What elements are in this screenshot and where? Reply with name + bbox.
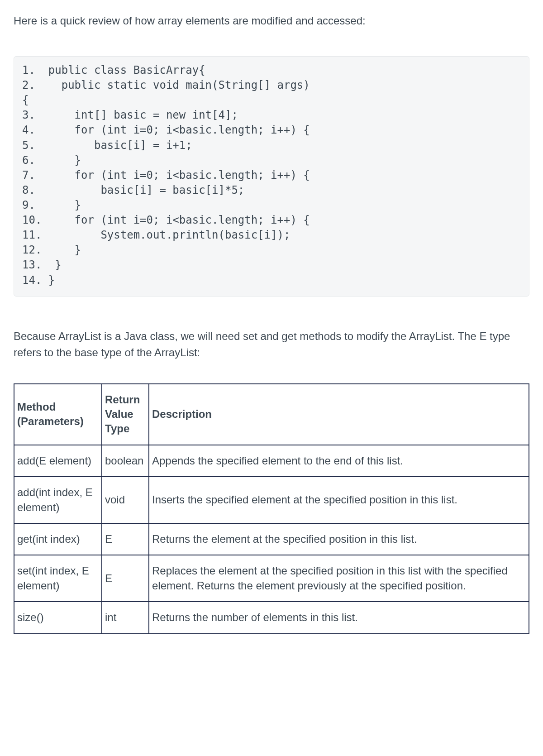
header-description: Description (149, 384, 529, 445)
table-row: add(int index, E element) void Inserts t… (14, 477, 529, 523)
code-block: 1. public class BasicArray{ 2. public st… (14, 56, 529, 297)
table-row: add(E element) boolean Appends the speci… (14, 445, 529, 477)
header-method: Method (Parameters) (14, 384, 102, 445)
table-row: get(int index) E Returns the element at … (14, 523, 529, 555)
cell-description: Inserts the specified element at the spe… (149, 477, 529, 523)
cell-description: Appends the specified element to the end… (149, 445, 529, 477)
header-return: Return Value Type (102, 384, 149, 445)
table-row: size() int Returns the number of element… (14, 602, 529, 633)
arraylist-paragraph: Because ArrayList is a Java class, we wi… (14, 328, 529, 361)
cell-method: set(int index, E element) (14, 555, 102, 602)
cell-method: add(int index, E element) (14, 477, 102, 523)
cell-description: Replaces the element at the specified po… (149, 555, 529, 602)
cell-description: Returns the element at the specified pos… (149, 523, 529, 555)
intro-paragraph: Here is a quick review of how array elem… (14, 13, 529, 29)
cell-return: int (102, 602, 149, 633)
cell-method: get(int index) (14, 523, 102, 555)
cell-description: Returns the number of elements in this l… (149, 602, 529, 633)
cell-return: boolean (102, 445, 149, 477)
methods-table: Method (Parameters) Return Value Type De… (14, 383, 529, 634)
cell-method: add(E element) (14, 445, 102, 477)
cell-return: E (102, 555, 149, 602)
cell-method: size() (14, 602, 102, 633)
cell-return: E (102, 523, 149, 555)
cell-return: void (102, 477, 149, 523)
table-header-row: Method (Parameters) Return Value Type De… (14, 384, 529, 445)
table-row: set(int index, E element) E Replaces the… (14, 555, 529, 602)
